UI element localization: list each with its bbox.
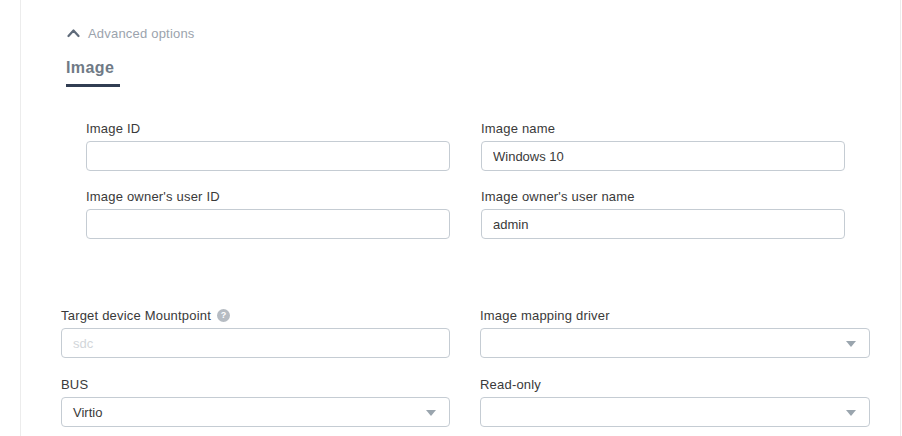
tab-image-label: Image [66,59,114,83]
target-device-mountpoint-input[interactable] [61,328,450,358]
bus-value: Virtio [73,405,102,420]
image-owner-user-name-input[interactable] [481,209,845,239]
image-mapping-driver-field: Image mapping driver [480,308,870,358]
dropdown-arrow-icon [846,341,856,347]
image-name-input[interactable] [481,141,845,171]
right-divider [900,0,901,436]
target-device-mountpoint-label-text: Target device Mountpoint [61,308,211,323]
advanced-options-panel: Advanced options Image Image ID Image na… [0,0,902,436]
read-only-select[interactable] [480,397,870,427]
image-name-label: Image name [481,121,845,136]
dropdown-arrow-icon [426,410,436,416]
advanced-options-toggle[interactable]: Advanced options [67,26,195,41]
image-owner-user-id-label: Image owner's user ID [86,189,450,204]
tab-image[interactable]: Image [66,59,120,87]
image-owner-user-id-input[interactable] [86,209,450,239]
image-owner-user-name-field: Image owner's user name [481,189,845,239]
image-owner-user-name-label: Image owner's user name [481,189,845,204]
image-id-field: Image ID [86,121,450,171]
read-only-label: Read-only [480,377,870,392]
help-icon[interactable]: ? [217,309,230,322]
bus-field: BUS Virtio [61,377,450,427]
image-id-label: Image ID [86,121,450,136]
bus-select[interactable]: Virtio [61,397,450,427]
dropdown-arrow-icon [846,410,856,416]
bus-label: BUS [61,377,450,392]
target-device-mountpoint-field: Target device Mountpoint ? [61,308,450,358]
tab-active-underline [66,84,120,87]
image-mapping-driver-label: Image mapping driver [480,308,870,323]
read-only-field: Read-only [480,377,870,427]
image-id-input[interactable] [86,141,450,171]
image-name-field: Image name [481,121,845,171]
target-device-mountpoint-label: Target device Mountpoint ? [61,308,450,323]
image-mapping-driver-select[interactable] [480,328,870,358]
advanced-options-label: Advanced options [88,26,195,41]
chevron-up-icon [67,29,80,38]
image-owner-user-id-field: Image owner's user ID [86,189,450,239]
left-divider [20,0,21,436]
